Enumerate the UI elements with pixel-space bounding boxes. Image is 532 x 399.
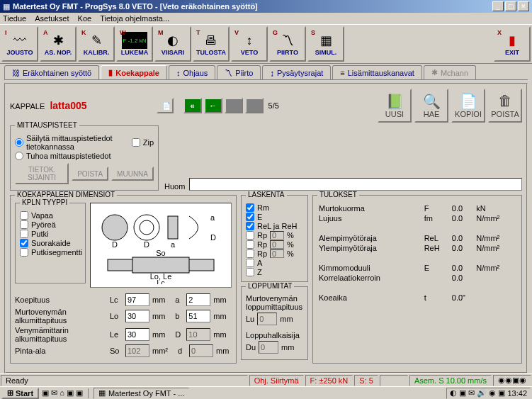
- doc-button[interactable]: 📄: [157, 98, 174, 113]
- btn-tietok[interactable]: TIETOK. SIJAINTI: [15, 163, 69, 184]
- type-suorakaide[interactable]: [20, 239, 28, 247]
- minimize-button[interactable]: _: [492, 1, 504, 11]
- pager-text: 5/5: [268, 101, 279, 110]
- status-s: S: 5: [354, 375, 378, 377]
- chk-rp2[interactable]: [246, 240, 254, 249]
- tab-mchann: ✱Mchann: [424, 65, 476, 79]
- status-bar: Ready Ohj. Siirtymä F: ±250 kN S: 5 Asem…: [0, 373, 532, 376]
- radio-tuhoa-label: Tuhoa mittauspistetiedot: [26, 152, 111, 160]
- tool-exit[interactable]: X▮EXIT: [494, 26, 531, 62]
- main-toolbar: I〰JOUSTO A✱AS. NOP. K✎KALIBR. WF -1.2 kN…: [0, 24, 532, 64]
- chk-a[interactable]: [246, 259, 254, 267]
- lbl-lo: Murtovenymän alkumittapituus: [15, 308, 107, 325]
- tab-pysaytysrajat[interactable]: ↨Pysäytysrajat: [262, 65, 331, 79]
- svg-rect-5: [168, 216, 178, 239]
- loppu-legend: LOPPUMITAT: [246, 282, 294, 290]
- tool-kalibr[interactable]: K✎KALIBR.: [78, 26, 115, 62]
- pencil-icon: ✎: [91, 32, 102, 49]
- tool-lukema[interactable]: WF -1.2 kNLUKEMA: [116, 26, 153, 62]
- diagram-svg: D D a aD So Lo, Le Lc: [94, 206, 228, 284]
- rp3-val: [270, 249, 284, 258]
- radio-tuhoa[interactable]: [15, 152, 23, 160]
- chk-rp1[interactable]: [246, 231, 254, 240]
- huom-label: Huom: [164, 182, 185, 191]
- input-le[interactable]: [125, 328, 149, 341]
- menubar: Tiedue Asetukset Koe Tietoja ohjelmasta.…: [0, 13, 532, 24]
- type-putkisegmentti[interactable]: [20, 248, 28, 257]
- tool-viisari[interactable]: M◐VIISARI: [154, 26, 191, 62]
- svg-rect-10: [132, 257, 189, 273]
- svg-text:a: a: [210, 213, 215, 222]
- channels-icon: ≡: [340, 69, 344, 77]
- input-a[interactable]: [186, 293, 210, 306]
- nav-next[interactable]: [225, 98, 243, 113]
- menu-tietoja[interactable]: Tietoja ohjelmasta...: [100, 14, 169, 23]
- new-icon: 📗: [386, 93, 404, 110]
- tool-veto[interactable]: V↕VETO: [231, 26, 268, 62]
- maximize-button[interactable]: ▢: [505, 1, 516, 11]
- chk-rp3[interactable]: [246, 249, 254, 258]
- tool-piirto[interactable]: G〽PIIRTO: [269, 26, 306, 62]
- svg-point-0: [102, 215, 128, 240]
- input-D: [186, 328, 210, 341]
- zip-checkbox[interactable]: [132, 138, 140, 147]
- kappale-label: KAPPALE: [10, 102, 45, 111]
- main-panel: KAPPALE latta005 📄 « ← 5/5 📗UUSI 🔍HAE 📄K…: [4, 83, 528, 373]
- trash-icon: 🗑: [498, 93, 512, 110]
- mittaus-legend: MITTAUSPISTEET: [15, 121, 79, 129]
- plot-icon: 〽: [225, 69, 232, 77]
- chk-rel-reh[interactable]: [246, 222, 254, 230]
- nav-first[interactable]: «: [183, 98, 202, 113]
- specimen-diagram: D D a aD So Lo, Le Lc: [90, 203, 232, 288]
- huom-input[interactable]: [189, 178, 522, 191]
- tool-tulosta[interactable]: T🖶TULOSTA: [193, 26, 230, 62]
- dimensiot-group: KOEKAPPALEEN DIMENSIOT KPLN TYYPPI Vapaa…: [10, 195, 237, 364]
- type-putki[interactable]: [20, 230, 28, 238]
- btn-poista2[interactable]: POISTA: [72, 167, 108, 181]
- lbl-le: Venymämittarin alkumittapituus: [15, 326, 107, 343]
- type-pyorea[interactable]: [20, 220, 28, 229]
- type-vapaa[interactable]: [20, 211, 28, 220]
- lbl-so: Pinta-ala: [15, 347, 107, 355]
- tool-jousto[interactable]: I〰JOUSTO: [1, 26, 38, 62]
- input-so: [125, 344, 149, 357]
- menu-asetukset[interactable]: Asetukset: [35, 14, 69, 23]
- tab-piirto[interactable]: 〽Piirto: [217, 65, 261, 79]
- svg-text:a: a: [171, 240, 176, 249]
- input-lo[interactable]: [125, 310, 149, 322]
- menu-tiedue[interactable]: Tiedue: [3, 14, 26, 23]
- chk-rm[interactable]: [246, 203, 254, 212]
- btn-muunna[interactable]: MUUNNA: [111, 167, 154, 181]
- spring-icon: 〰: [13, 32, 26, 49]
- tool-simul[interactable]: S▦SIMUL.: [307, 26, 344, 62]
- tab-strip: ⛓Eräkohtainen syöttö ▮Koekappale ↕Ohjaus…: [4, 65, 528, 80]
- tab-koekappale[interactable]: ▮Koekappale: [101, 65, 167, 79]
- rp2-val: [270, 240, 284, 249]
- input-lc[interactable]: [125, 293, 149, 306]
- tulokset-legend: TULOKSET: [317, 191, 359, 198]
- chk-e[interactable]: [246, 213, 254, 221]
- menu-koe[interactable]: Koe: [78, 14, 92, 23]
- tab-erakohtainen[interactable]: ⛓Eräkohtainen syöttö: [4, 65, 99, 79]
- svg-text:Lc: Lc: [157, 279, 165, 284]
- close-button[interactable]: ✕: [518, 1, 529, 11]
- svg-text:D: D: [144, 240, 149, 249]
- grid-icon: ▦: [320, 32, 332, 49]
- tab-ohjaus[interactable]: ↕Ohjaus: [169, 65, 215, 79]
- uusi-button[interactable]: 📗UUSI: [378, 89, 412, 123]
- zip-label: Zip: [143, 138, 154, 147]
- tab-lisamittaus[interactable]: ≡Lisämittauskanavat: [332, 65, 422, 79]
- kopioi-button[interactable]: 📄KOPIOI: [451, 89, 485, 123]
- chk-z[interactable]: [246, 268, 254, 276]
- status-ready: Ready: [1, 375, 248, 377]
- poista-button[interactable]: 🗑POISTA: [488, 89, 522, 123]
- hae-button[interactable]: 🔍HAE: [414, 89, 448, 123]
- tool-asnop[interactable]: A✱AS. NOP.: [40, 26, 77, 62]
- nav-last[interactable]: [245, 98, 264, 113]
- laskenta-legend: LASKENTA: [246, 191, 287, 198]
- input-b[interactable]: [186, 310, 210, 322]
- status-asem: Asem. S 10.00 mm/s: [409, 375, 492, 377]
- radio-sailyta[interactable]: [15, 138, 23, 147]
- nav-prev[interactable]: ←: [204, 98, 222, 113]
- lbl-koepituus: Koepituus: [15, 296, 107, 304]
